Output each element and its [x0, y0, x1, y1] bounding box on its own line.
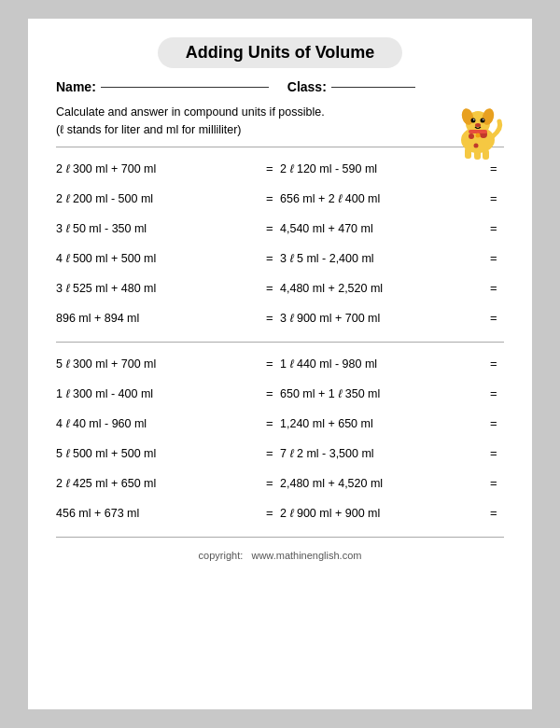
- problem-11a-equals: =: [266, 476, 280, 490]
- problem-9a-text: 4 ℓ 40 ml - 960 ml: [56, 417, 261, 430]
- problem-6a: 896 ml + 894 ml =: [56, 304, 280, 332]
- copyright-website: www.mathinenglish.com: [251, 550, 361, 561]
- problem-2a-text: 2 ℓ 200 ml - 500 ml: [56, 192, 261, 205]
- problem-12b-text: 2 ℓ 900 ml + 900 ml: [280, 507, 485, 520]
- problem-6a-equals: =: [266, 311, 280, 325]
- problem-7b: 1 ℓ 440 ml - 980 ml =: [280, 350, 504, 378]
- problem-5b-text: 4,480 ml + 2,520 ml: [280, 282, 485, 295]
- problem-11b: 2,480 ml + 4,520 ml =: [280, 469, 504, 497]
- problem-4b-text: 3 ℓ 5 ml - 2,400 ml: [280, 252, 485, 265]
- divider-top: [56, 147, 504, 147]
- svg-point-5: [481, 119, 485, 123]
- problem-10a-equals: =: [266, 446, 280, 460]
- problem-7a-equals: =: [266, 357, 280, 371]
- worksheet-title: Adding Units of Volume: [158, 37, 403, 68]
- problem-12a-equals: =: [266, 506, 280, 520]
- problem-5b-equals: =: [490, 281, 504, 295]
- problem-3b-text: 4,540 ml + 470 ml: [280, 222, 485, 235]
- dog-illustration: [448, 101, 509, 165]
- problem-10a-text: 5 ℓ 500 ml + 500 ml: [56, 447, 261, 460]
- problem-5a-equals: =: [266, 281, 280, 295]
- problem-8a: 1 ℓ 300 ml - 400 ml =: [56, 380, 280, 408]
- problem-4b: 3 ℓ 5 ml - 2,400 ml =: [280, 245, 504, 273]
- section-2: 5 ℓ 300 ml + 700 ml = 1 ℓ 440 ml - 980 m…: [56, 350, 504, 527]
- svg-rect-13: [474, 149, 481, 160]
- svg-point-11: [474, 144, 479, 148]
- problem-11a: 2 ℓ 425 ml + 650 ml =: [56, 469, 280, 497]
- problem-3a-text: 3 ℓ 50 ml - 350 ml: [56, 222, 261, 235]
- instruction-line1: Calculate and answer in compound units i…: [56, 104, 504, 121]
- problem-8b-text: 650 ml + 1 ℓ 350 ml: [280, 387, 485, 400]
- svg-rect-12: [465, 147, 471, 159]
- problems-grid-2: 5 ℓ 300 ml + 700 ml = 1 ℓ 440 ml - 980 m…: [56, 350, 504, 527]
- title-container: Adding Units of Volume: [56, 37, 504, 68]
- problem-12a: 456 ml + 673 ml =: [56, 499, 280, 527]
- problem-3b-equals: =: [490, 221, 504, 235]
- problem-4a-text: 4 ℓ 500 ml + 500 ml: [56, 252, 261, 265]
- problem-6b: 3 ℓ 900 ml + 700 ml =: [280, 304, 504, 332]
- copyright-label: copyright:: [199, 550, 244, 561]
- problem-5a: 3 ℓ 525 ml + 480 ml =: [56, 274, 280, 302]
- svg-point-7: [483, 119, 484, 120]
- name-line: [101, 87, 269, 88]
- problem-4a: 4 ℓ 500 ml + 500 ml =: [56, 245, 280, 273]
- worksheet: Adding Units of Volume Name: Class: Calc…: [28, 19, 532, 709]
- problem-2b-text: 656 ml + 2 ℓ 400 ml: [280, 192, 485, 205]
- copyright-section: copyright: www.mathinenglish.com: [56, 545, 504, 561]
- divider-middle: [56, 342, 504, 343]
- svg-rect-15: [469, 130, 487, 133]
- problem-1a-equals: =: [266, 161, 280, 175]
- header-row: Name: Class:: [56, 79, 504, 94]
- problem-8b-equals: =: [490, 386, 504, 400]
- problem-2b-equals: =: [490, 191, 504, 205]
- problem-2a-equals: =: [266, 191, 280, 205]
- svg-rect-14: [483, 149, 489, 160]
- problem-5b: 4,480 ml + 2,520 ml =: [280, 274, 504, 302]
- problem-10b-equals: =: [490, 446, 504, 460]
- instruction-line2: (ℓ stands for liter and ml for millilite…: [56, 121, 504, 139]
- problem-7b-text: 1 ℓ 440 ml - 980 ml: [280, 357, 485, 371]
- class-label: Class:: [287, 79, 327, 94]
- problem-1a-text: 2 ℓ 300 ml + 700 ml: [56, 162, 261, 175]
- section-1: 2 ℓ 300 ml + 700 ml = 2 ℓ 120 ml - 590 m…: [56, 155, 504, 332]
- problem-12b: 2 ℓ 900 ml + 900 ml =: [280, 499, 504, 527]
- problem-12a-text: 456 ml + 673 ml: [56, 507, 261, 520]
- problem-7b-equals: =: [490, 357, 504, 371]
- problem-9b-equals: =: [490, 416, 504, 430]
- problem-9b-text: 1,240 ml + 650 ml: [280, 417, 485, 430]
- problem-12b-equals: =: [490, 506, 504, 520]
- problem-8a-text: 1 ℓ 300 ml - 400 ml: [56, 387, 261, 400]
- problem-7a: 5 ℓ 300 ml + 700 ml =: [56, 350, 280, 378]
- problem-9b: 1,240 ml + 650 ml =: [280, 410, 504, 438]
- problem-10a: 5 ℓ 500 ml + 500 ml =: [56, 440, 280, 468]
- instructions: Calculate and answer in compound units i…: [56, 104, 504, 139]
- svg-point-6: [473, 119, 475, 120]
- divider-bottom: [56, 537, 504, 538]
- problem-11b-text: 2,480 ml + 4,520 ml: [280, 477, 485, 490]
- problem-6b-text: 3 ℓ 900 ml + 700 ml: [280, 312, 485, 325]
- problem-2a: 2 ℓ 200 ml - 500 ml =: [56, 185, 280, 213]
- problem-9a: 4 ℓ 40 ml - 960 ml =: [56, 410, 280, 438]
- svg-point-4: [471, 119, 476, 123]
- problem-11b-equals: =: [490, 476, 504, 490]
- problem-6b-equals: =: [490, 311, 504, 325]
- svg-point-8: [475, 123, 481, 127]
- svg-point-9: [469, 133, 474, 139]
- problems-grid-1: 2 ℓ 300 ml + 700 ml = 2 ℓ 120 ml - 590 m…: [56, 155, 504, 332]
- problem-10b-text: 7 ℓ 2 ml - 3,500 ml: [280, 447, 485, 460]
- problem-10b: 7 ℓ 2 ml - 3,500 ml =: [280, 440, 504, 468]
- problem-11a-text: 2 ℓ 425 ml + 650 ml: [56, 477, 261, 490]
- problem-6a-text: 896 ml + 894 ml: [56, 312, 261, 325]
- class-line: [331, 87, 415, 88]
- problem-7a-text: 5 ℓ 300 ml + 700 ml: [56, 357, 261, 371]
- problem-3a-equals: =: [266, 221, 280, 235]
- problem-8a-equals: =: [266, 386, 280, 400]
- problem-8b: 650 ml + 1 ℓ 350 ml =: [280, 380, 504, 408]
- problem-2b: 656 ml + 2 ℓ 400 ml =: [280, 185, 504, 213]
- problem-3b: 4,540 ml + 470 ml =: [280, 215, 504, 243]
- name-label: Name:: [56, 79, 96, 94]
- problem-5a-text: 3 ℓ 525 ml + 480 ml: [56, 282, 261, 295]
- problem-4b-equals: =: [490, 251, 504, 265]
- svg-point-16: [476, 133, 481, 138]
- problem-3a: 3 ℓ 50 ml - 350 ml =: [56, 215, 280, 243]
